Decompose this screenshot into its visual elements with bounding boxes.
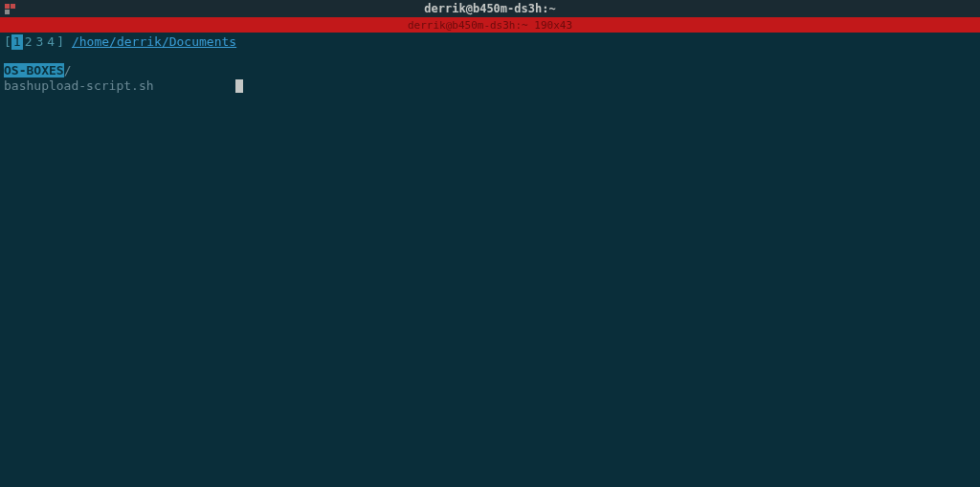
list-item-file: bashupload-script.sh (4, 78, 976, 94)
directory-name: OS-BOXES (4, 63, 64, 77)
statusbar-text: derrik@b450m-ds3h:~ 190x43 (408, 19, 572, 32)
file-name: bashupload-script.sh (4, 78, 154, 93)
workspace-close-bracket: ] (56, 34, 64, 50)
window-titlebar: derrik@b450m-ds3h:~ (0, 0, 980, 17)
terminal-cursor (235, 79, 243, 93)
workspace-item[interactable]: 2 (23, 34, 34, 50)
list-item-dir: OS-BOXES/ (4, 63, 976, 78)
current-path: /home/derrik/Documents (72, 34, 236, 50)
directory-suffix: / (64, 63, 72, 77)
workspace-item[interactable]: 4 (45, 34, 56, 50)
directory-listing: OS-BOXES/ bashupload-script.sh (4, 63, 976, 94)
workspace-active[interactable]: 1 (11, 34, 23, 50)
terminal-body[interactable]: [ 1 2 3 4 ] /home/derrik/Documents OS-BO… (0, 33, 980, 96)
workspace-open-bracket: [ (4, 34, 11, 50)
window-title: derrik@b450m-ds3h:~ (424, 2, 555, 15)
prompt-line: [ 1 2 3 4 ] /home/derrik/Documents (4, 34, 976, 50)
workspace-item[interactable]: 3 (33, 34, 45, 50)
terminal-statusbar: derrik@b450m-ds3h:~ 190x43 (0, 17, 980, 33)
window-app-icon (4, 3, 15, 14)
